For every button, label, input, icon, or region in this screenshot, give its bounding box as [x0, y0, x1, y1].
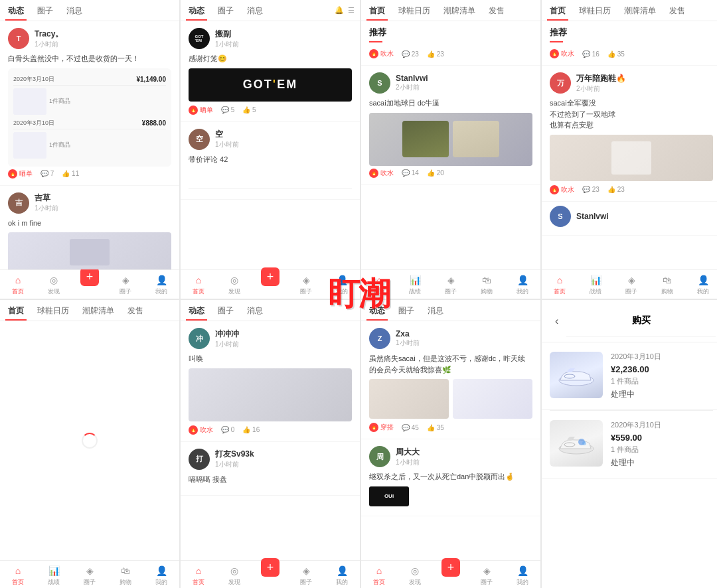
tab-dynamics-7[interactable]: 动态: [366, 300, 388, 321]
likes-sacai-3[interactable]: 👍 20: [427, 169, 444, 177]
purchase-date-2: 2020年3月10日: [611, 420, 713, 430]
comments-wn-4[interactable]: 💬 23: [582, 186, 599, 193]
nav-home-3[interactable]: ⌂ 首页: [361, 274, 397, 296]
nav-circle-4[interactable]: ◈ 圈子: [613, 274, 649, 296]
comments-zxa[interactable]: 💬 45: [402, 424, 419, 431]
tab-circle-1[interactable]: 圈子: [35, 0, 56, 21]
likes-blowup-3[interactable]: 👍 23: [427, 50, 444, 58]
back-button[interactable]: ‹: [547, 307, 566, 335]
nav-home-5[interactable]: ⌂ 首页: [0, 565, 36, 587]
post-tag-1[interactable]: 🔥 晒单: [8, 169, 33, 179]
nav-mine-7[interactable]: 👤 我的: [505, 565, 540, 587]
feed-img-sacai-3: [369, 113, 532, 166]
nav-mine-2[interactable]: 👤 我的: [324, 274, 360, 296]
nav-mine-4[interactable]: 👤 我的: [685, 274, 717, 296]
nav-mine-5[interactable]: 👤 我的: [143, 565, 179, 587]
screen-1-dynamics: 动态 圈子 消息 T Tracy。 1小时前 白骨头盖然没中，不过也是收货的一天…: [0, 0, 179, 299]
tab-calendar-4[interactable]: 球鞋日历: [576, 0, 613, 21]
nav-mine-3[interactable]: 👤 我的: [505, 274, 540, 296]
nav-shop-5[interactable]: 🛍 购物: [108, 565, 143, 587]
tab-brand-3[interactable]: 潮牌清单: [441, 0, 478, 21]
tab-message-6[interactable]: 消息: [244, 300, 266, 321]
comments-chong[interactable]: 💬 0: [221, 426, 234, 433]
tab-home-5[interactable]: 首页: [5, 300, 27, 321]
nav-add-2[interactable]: +: [252, 274, 288, 296]
comments-blowup-3[interactable]: 💬 23: [402, 50, 419, 58]
nav-discover-6[interactable]: ◎ 发现: [216, 565, 252, 587]
tab-sale-3[interactable]: 发售: [486, 0, 507, 21]
post-card-zhou: 周 周大大 1小时前 继双杀之后，又一次从死亡dan中脱颖而出🤞 OUI: [361, 439, 540, 516]
nav-home-1[interactable]: ⌂ 首页: [0, 274, 36, 296]
tab-sale-5[interactable]: 发售: [125, 300, 146, 321]
post-tag-got[interactable]: 🔥 晒单: [189, 106, 213, 115]
comments-got[interactable]: 💬 5: [221, 106, 234, 113]
post-tag-wn-4[interactable]: 🔥 吹水: [550, 185, 574, 194]
comments-blowup-4[interactable]: 💬 16: [582, 50, 599, 58]
tab-home-4[interactable]: 首页: [547, 0, 568, 21]
tab-circle-7[interactable]: 圈子: [396, 300, 417, 321]
tab-message-1[interactable]: 消息: [64, 0, 85, 21]
nav-circle-5[interactable]: ◈ 圈子: [72, 565, 108, 587]
tab-circle-2[interactable]: 圈子: [215, 0, 236, 21]
discover-icon-2: ◎: [228, 274, 240, 286]
nav-add-1[interactable]: +: [72, 274, 108, 296]
feed-content-6: 冲 冲冲冲 1小时前 叫唤 🔥 吹水 💬 0 👍 16: [181, 321, 360, 560]
user-info-zhou: 周大大 1小时前: [396, 447, 420, 467]
nav-home-6[interactable]: ⌂ 首页: [181, 565, 216, 587]
nav-mine-1[interactable]: 👤 我的: [143, 274, 179, 296]
likes-blowup-4[interactable]: 👍 35: [607, 50, 625, 58]
tab-calendar-5[interactable]: 球鞋日历: [35, 300, 72, 321]
nav-shop-3[interactable]: 🛍 购物: [469, 274, 505, 296]
tab-dynamics-6[interactable]: 动态: [186, 300, 207, 321]
nav-add-7[interactable]: +: [433, 565, 469, 587]
header-icon-2[interactable]: ☰: [348, 6, 355, 15]
likes-zxa[interactable]: 👍 35: [427, 424, 444, 431]
tab-home-3[interactable]: 首页: [366, 0, 388, 21]
nav-stats-4[interactable]: 📊 战绩: [578, 274, 613, 296]
tab-circle-6[interactable]: 圈子: [215, 300, 236, 321]
nav-add-6[interactable]: +: [252, 565, 288, 587]
nav-discover-1[interactable]: ◎ 发现: [36, 274, 72, 296]
tab-bar-1: 动态 圈子 消息: [0, 0, 179, 21]
likes-got[interactable]: 👍 5: [242, 106, 256, 113]
nav-shop-4[interactable]: 🛍 购物: [649, 274, 685, 296]
nav-circle-6-nav[interactable]: ◈ 圈子: [288, 565, 324, 587]
nav-circle-7[interactable]: ◈ 圈子: [469, 565, 505, 587]
tab-sale-4[interactable]: 发售: [667, 0, 688, 21]
tab-dynamics-1[interactable]: 动态: [5, 0, 27, 21]
tab-message-7[interactable]: 消息: [425, 300, 446, 321]
tab-message-2[interactable]: 消息: [244, 0, 266, 21]
nav-home-4[interactable]: ⌂ 首页: [542, 274, 578, 296]
nav-home-2[interactable]: ⌂ 首页: [181, 274, 216, 296]
comments-1[interactable]: 💬 7: [40, 170, 54, 177]
post-tag-sacai-3[interactable]: 🔥 吹水: [369, 169, 394, 178]
post-tag-zxa[interactable]: 🔥 穿搭: [369, 423, 394, 432]
nav-circle-2[interactable]: ◈ 圈子: [288, 274, 324, 296]
post-card-dayou: 打 打友Sv93k 1小时前 嗝嗝噶 接盘: [181, 442, 360, 496]
likes-1[interactable]: 👍 11: [62, 170, 79, 177]
tab-brand-4[interactable]: 潮牌清单: [621, 0, 659, 21]
tab-dynamics-2[interactable]: 动态: [186, 0, 207, 21]
purchase-title: 购买: [566, 305, 716, 336]
nav-circle-3[interactable]: ◈ 圈子: [433, 274, 469, 296]
post-time-wn-4: 2小时前: [576, 84, 626, 94]
nav-mine-6[interactable]: 👤 我的: [324, 565, 360, 587]
nav-home-7[interactable]: ⌂ 首页: [361, 565, 397, 587]
header-icon-1[interactable]: 🔔: [335, 6, 344, 15]
likes-chong[interactable]: 👍 16: [242, 426, 260, 433]
nav-circle-1[interactable]: ◈ 圈子: [108, 274, 143, 296]
post-tag-blowup-4[interactable]: 🔥 吹水: [550, 49, 574, 58]
tab-calendar-3[interactable]: 球鞋日历: [396, 0, 433, 21]
nav-discover-2[interactable]: ◎ 发现: [216, 274, 252, 296]
nav-discover-7[interactable]: ◎ 发现: [397, 565, 433, 587]
nav-stats-5[interactable]: 📊 战绩: [36, 565, 72, 587]
comments-sacai-3[interactable]: 💬 14: [402, 169, 419, 177]
tab-brand-5[interactable]: 潮牌清单: [80, 300, 117, 321]
order-shoe-img-1: [13, 88, 46, 115]
post-text-wn-4: sacai全军覆没不过抢到了一双地球也算有点安慰: [550, 98, 713, 131]
post-tag-chong[interactable]: 🔥 吹水: [189, 425, 213, 435]
post-tag-blowup-3[interactable]: 🔥 吹水: [369, 49, 394, 58]
shoe-svg-1: [556, 358, 596, 392]
nav-stats-3[interactable]: 📊 战绩: [397, 274, 433, 296]
likes-wn-4[interactable]: 👍 23: [607, 186, 625, 193]
